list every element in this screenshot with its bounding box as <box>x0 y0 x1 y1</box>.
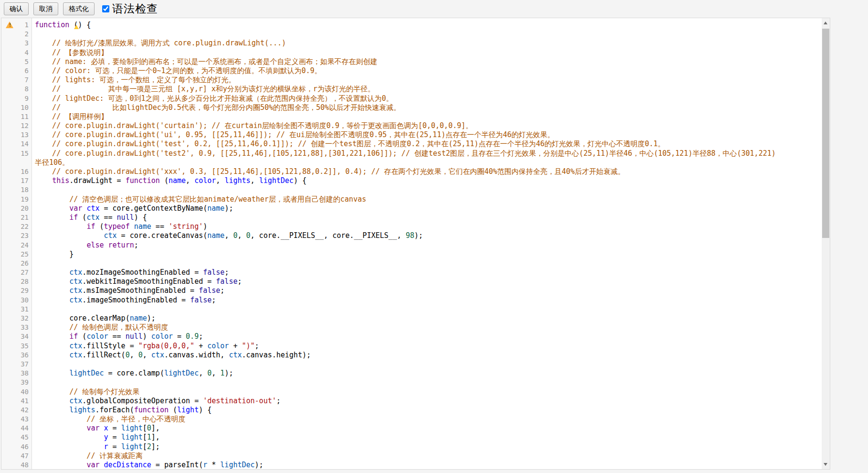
line-number: 47 <box>1 452 32 461</box>
code-line[interactable]: ctx.webkitImageSmoothingEnabled = false; <box>35 277 822 286</box>
code-line[interactable]: if (typeof name == 'string') <box>35 222 822 231</box>
line-number: 4 <box>1 48 32 57</box>
line-number: 3 <box>1 39 32 48</box>
code-line[interactable]: // core.plugin.drawLight('xxx', 0.3, [[2… <box>35 167 822 176</box>
line-number: 7 <box>1 75 32 85</box>
code-line[interactable]: ctx = core.createCanvas(name, 0, 0, core… <box>35 231 822 240</box>
code-editor[interactable]: 1234567891011121314151617181920212223242… <box>1 18 830 470</box>
line-number: 39 <box>1 378 32 387</box>
code-line[interactable] <box>35 185 822 194</box>
code-line[interactable]: } <box>35 250 822 259</box>
line-number: 29 <box>1 286 32 295</box>
line-number: 16 <box>1 167 32 176</box>
code-line[interactable] <box>35 30 822 39</box>
code-line[interactable]: ctx.fillRect(0, 0, ctx.canvas.width, ctx… <box>35 351 822 360</box>
code-line[interactable]: ctx.globalCompositeOperation = 'destinat… <box>35 397 822 406</box>
line-number: 6 <box>1 66 32 75</box>
line-number: 24 <box>1 241 32 250</box>
code-line[interactable]: ctx.fillStyle = "rgba(0,0,0," + color + … <box>35 342 822 351</box>
down-arrow-icon <box>824 463 827 466</box>
code-line[interactable]: lights.forEach(function (light) { <box>35 406 822 415</box>
format-button[interactable]: 格式化 <box>63 2 95 15</box>
code-line[interactable]: ctx.mozImageSmoothingEnabled = false; <box>35 268 822 277</box>
line-number: 31 <box>1 305 32 314</box>
line-number: 30 <box>1 296 32 305</box>
toolbar: 确认 取消 格式化 语法检查 <box>0 0 868 18</box>
code-line[interactable]: // 【参数说明】 <box>35 48 822 57</box>
code-line[interactable]: y = light[1], <box>35 433 822 442</box>
code-line[interactable]: // core.plugin.drawLight('curtain'); // … <box>35 121 822 130</box>
line-number: 20 <box>1 204 32 213</box>
vertical-scrollbar[interactable] <box>822 18 830 469</box>
code-line[interactable]: function () { <box>35 21 822 30</box>
line-number: 18 <box>1 185 32 194</box>
line-number: 26 <box>1 259 32 268</box>
code-line[interactable]: var x = light[0], <box>35 424 822 433</box>
code-line[interactable]: core.clearMap(name); <box>35 314 822 323</box>
lint-warning-icon[interactable] <box>6 22 13 28</box>
code-line[interactable] <box>35 259 822 268</box>
code-line[interactable]: // 绘制每个灯光效果 <box>35 387 822 397</box>
code-line[interactable]: // color: 可选，只能是一个0~1之间的数，为不透明度的值。不填则默认为… <box>35 66 822 75</box>
line-number: 8 <box>1 85 32 94</box>
code-line[interactable]: // 绘制色调层，默认不透明度 <box>35 323 822 332</box>
code-line[interactable]: var decDistance = parseInt(r * lightDec)… <box>35 461 822 469</box>
up-arrow-icon <box>824 22 827 24</box>
confirm-button[interactable]: 确认 <box>4 2 29 15</box>
line-number: 2 <box>1 30 32 39</box>
code-line[interactable]: var ctx = core.getContextByName(name); <box>35 204 822 213</box>
scroll-down-button[interactable] <box>822 460 830 468</box>
code-line[interactable] <box>35 305 822 314</box>
scroll-up-button[interactable] <box>822 19 830 27</box>
editor-gutter: 1234567891011121314151617181920212223242… <box>1 18 32 469</box>
line-number: 43 <box>1 415 32 424</box>
line-number: 32 <box>1 314 32 323</box>
code-line[interactable]: ctx.imageSmoothingEnabled = false; <box>35 296 822 305</box>
line-number: 28 <box>1 277 32 286</box>
line-number: 37 <box>1 360 32 369</box>
line-number: 10 <box>1 103 32 112</box>
line-number: 44 <box>1 424 32 433</box>
code-line[interactable] <box>35 378 822 387</box>
code-line[interactable]: // name: 必填，要绘制到的画布名；可以是一个系统画布，或者是个自定义画布… <box>35 57 822 66</box>
code-line[interactable]: // 坐标，半径，中心不透明度 <box>35 415 822 424</box>
code-line[interactable]: else return; <box>35 241 822 250</box>
line-number: 15 <box>1 149 32 158</box>
code-line[interactable]: this.drawLight = function (name, color, … <box>35 176 822 185</box>
code-line[interactable]: // 【调用样例】 <box>35 112 822 121</box>
code-line[interactable]: // 计算衰减距离 <box>35 452 822 461</box>
line-number: 14 <box>1 140 32 149</box>
code-line[interactable]: ctx.msImageSmoothingEnabled = false; <box>35 286 822 295</box>
scrollbar-thumb[interactable] <box>822 29 829 238</box>
editor-code-area[interactable]: function () { // 绘制灯光/漆黑层效果。调用方式 core.pl… <box>32 18 822 469</box>
line-number: 36 <box>1 351 32 360</box>
line-number: 33 <box>1 323 32 332</box>
code-line[interactable]: // core.plugin.drawLight('test2', 0.9, [… <box>35 149 822 158</box>
code-line[interactable]: if (color == null) color = 0.9; <box>35 332 822 341</box>
line-number: 11 <box>1 112 32 121</box>
line-number: 13 <box>1 130 32 140</box>
code-line[interactable]: r = light[2]; <box>35 442 822 452</box>
code-line[interactable]: // 绘制灯光/漆黑层效果。调用方式 core.plugin.drawLight… <box>35 39 822 48</box>
line-number: 5 <box>1 57 32 66</box>
code-line[interactable]: // 其中每一项是三元组 [x,y,r] x和y分别为该灯光的横纵坐标，r为该灯… <box>35 85 822 94</box>
line-number <box>1 158 32 167</box>
code-line[interactable]: lightDec = core.clamp(lightDec, 0, 1); <box>35 369 822 378</box>
cancel-button[interactable]: 取消 <box>33 2 58 15</box>
code-line[interactable]: 半径106。 <box>35 158 822 167</box>
line-number: 42 <box>1 406 32 415</box>
syntax-check-group: 语法检查 <box>102 1 158 16</box>
code-line[interactable]: // 比如lightDec为0.5代表，每个灯光部分内圈50%的范围全亮，50%… <box>35 103 822 112</box>
code-line[interactable]: // core.plugin.drawLight('test', 0.2, [[… <box>35 140 822 149</box>
line-number: 34 <box>1 332 32 341</box>
line-number: 21 <box>1 213 32 222</box>
code-line[interactable]: // core.plugin.drawLight('ui', 0.95, [[2… <box>35 130 822 140</box>
code-line[interactable] <box>35 360 822 369</box>
line-number: 38 <box>1 369 32 378</box>
code-line[interactable]: if (ctx == null) { <box>35 213 822 222</box>
code-line[interactable]: // 清空色调层；也可以修改成其它层比如animate/weather层，或者用… <box>35 195 822 204</box>
line-number: 17 <box>1 176 32 185</box>
syntax-check-checkbox[interactable] <box>102 5 109 12</box>
code-line[interactable]: // lightDec: 可选，0到1之间，光从多少百分比才开始衰减（在此范围内… <box>35 94 822 103</box>
code-line[interactable]: // lights: 可选，一个数组，定义了每个独立的灯光。 <box>35 75 822 85</box>
